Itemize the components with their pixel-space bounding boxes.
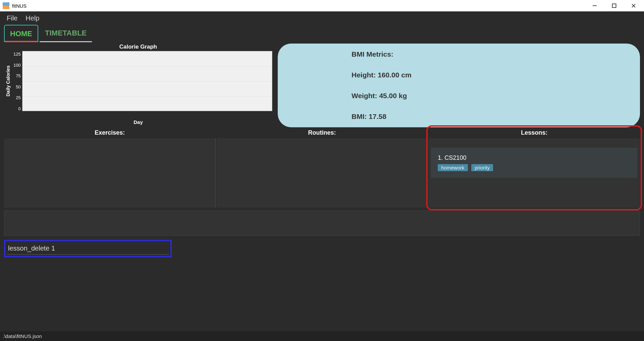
- list-item[interactable]: 1. CS2100 homework priority: [431, 148, 637, 178]
- tab-home[interactable]: HOME: [4, 25, 38, 42]
- result-display: [4, 210, 640, 236]
- chart-plot-area: [22, 51, 272, 111]
- menu-help[interactable]: Help: [25, 14, 39, 22]
- menu-file[interactable]: File: [7, 14, 17, 22]
- svg-rect-1: [612, 4, 616, 8]
- chart-yaxis: 125 100 75 50 25 0: [12, 51, 22, 111]
- chart-title: Calorie Graph: [119, 44, 157, 50]
- status-path: .\data\fitNUS.json: [3, 333, 42, 339]
- bmi-weight: Weight: 45.00 kg: [352, 92, 566, 100]
- maximize-button[interactable]: [609, 2, 619, 10]
- app-icon: [3, 2, 9, 9]
- calorie-chart: Calorie Graph Daily Calories 125 100 75 …: [4, 44, 272, 127]
- chart-xlabel: Day: [133, 119, 143, 125]
- routines-panel: Routines:: [216, 128, 428, 208]
- command-input-highlight: [4, 240, 172, 257]
- exercises-header: Exercises:: [4, 128, 216, 138]
- bmi-card: BMI Metrics: Height: 160.00 cm Weight: 4…: [278, 44, 640, 127]
- command-input[interactable]: [7, 243, 169, 255]
- titlebar: fitNUS: [0, 0, 644, 11]
- bmi-header: BMI Metrics:: [352, 50, 566, 58]
- lessons-header: Lessons:: [428, 128, 640, 138]
- window-title: fitNUS: [12, 3, 590, 9]
- lesson-tag: priority: [471, 164, 493, 171]
- routines-header: Routines:: [216, 128, 428, 138]
- statusbar: .\data\fitNUS.json: [0, 331, 644, 341]
- lessons-panel: Lessons: 1. CS2100 homework priority: [428, 128, 640, 208]
- lessons-list[interactable]: 1. CS2100 homework priority: [428, 138, 640, 208]
- tab-row: HOME TIMETABLE: [0, 25, 644, 42]
- lesson-tag: homework: [438, 164, 468, 171]
- bmi-value: BMI: 17.58: [352, 113, 566, 121]
- routines-list[interactable]: [216, 138, 428, 208]
- close-button[interactable]: [629, 2, 639, 10]
- lesson-name: 1. CS2100: [438, 154, 631, 161]
- tab-timetable[interactable]: TIMETABLE: [40, 25, 92, 42]
- exercises-list[interactable]: [4, 138, 216, 208]
- menubar: File Help: [0, 11, 644, 25]
- chart-ylabel: Daily Calories: [4, 51, 12, 111]
- exercises-panel: Exercises:: [4, 128, 216, 208]
- minimize-button[interactable]: [590, 2, 600, 10]
- bmi-height: Height: 160.00 cm: [352, 71, 566, 79]
